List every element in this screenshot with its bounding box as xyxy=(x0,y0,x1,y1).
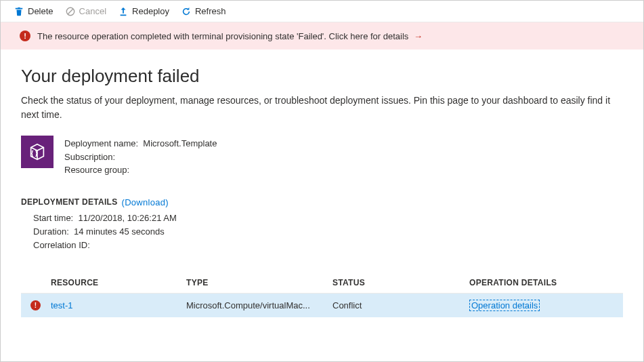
toolbar: Delete Cancel Redeploy Refresh xyxy=(1,1,643,22)
delete-button[interactable]: Delete xyxy=(14,6,53,16)
table-header: RESOURCE TYPE STATUS OPERATION DETAILS xyxy=(21,273,623,293)
start-time-row: Start time: 11/20/2018, 10:26:21 AM xyxy=(33,212,623,225)
row-status-icon-cell: ! xyxy=(30,300,51,310)
col-header-status: STATUS xyxy=(332,278,469,287)
content: Your deployment failed Check the status … xyxy=(1,49,643,317)
start-time-value: 11/20/2018, 10:26:21 AM xyxy=(78,213,176,223)
col-header-type: TYPE xyxy=(186,278,332,287)
operations-table: RESOURCE TYPE STATUS OPERATION DETAILS !… xyxy=(21,273,623,317)
col-header-opdetails: OPERATION DETAILS xyxy=(469,278,623,287)
deployment-name-label: Deployment name: xyxy=(64,138,138,148)
col-header-resource: RESOURCE xyxy=(51,278,186,287)
svg-text:{ }: { } xyxy=(31,150,38,157)
trash-icon xyxy=(14,7,24,16)
correlation-label: Correlation ID: xyxy=(33,240,90,250)
correlation-row: Correlation ID: xyxy=(33,239,623,252)
table-row[interactable]: ! test-1 Microsoft.Compute/virtualMac...… xyxy=(21,293,623,317)
cell-opdetails: Operation details xyxy=(469,300,623,310)
download-link[interactable]: (Download) xyxy=(122,197,169,207)
refresh-label: Refresh xyxy=(195,6,226,16)
error-message-link[interactable]: The resource operation completed with te… xyxy=(37,31,423,41)
refresh-icon xyxy=(181,7,191,16)
deployment-tile: { } xyxy=(21,136,53,168)
subscription-row: Subscription: xyxy=(64,150,217,164)
resource-link[interactable]: test-1 xyxy=(51,300,73,310)
page-subtitle: Check the status of your deployment, man… xyxy=(21,94,623,122)
duration-row: Duration: 14 minutes 45 seconds xyxy=(33,225,623,239)
svg-line-1 xyxy=(68,9,73,14)
subscription-label: Subscription: xyxy=(64,152,115,162)
cancel-icon xyxy=(66,7,75,16)
cube-icon: { } xyxy=(27,142,47,162)
details-list: Start time: 11/20/2018, 10:26:21 AM Dura… xyxy=(21,212,623,252)
duration-label: Duration: xyxy=(33,226,69,237)
cell-status: Conflict xyxy=(332,300,469,310)
deployment-name-value: Microsoft.Template xyxy=(143,138,217,148)
deployment-details-title: DEPLOYMENT DETAILS xyxy=(21,197,118,207)
error-message-text: The resource operation completed with te… xyxy=(37,31,408,41)
delete-label: Delete xyxy=(28,6,53,16)
cell-type: Microsoft.Compute/virtualMac... xyxy=(186,300,332,310)
deployment-name-row: Deployment name: Microsoft.Template xyxy=(64,137,217,150)
redeploy-label: Redeploy xyxy=(132,6,169,16)
redeploy-button[interactable]: Redeploy xyxy=(119,6,169,16)
start-time-label: Start time: xyxy=(33,213,73,223)
cancel-button: Cancel xyxy=(66,6,106,16)
error-banner: ! The resource operation completed with … xyxy=(1,22,643,49)
duration-value: 14 minutes 45 seconds xyxy=(74,226,165,237)
error-icon: ! xyxy=(30,300,41,310)
error-icon: ! xyxy=(20,31,30,41)
refresh-button[interactable]: Refresh xyxy=(181,6,226,16)
summary-fields: Deployment name: Microsoft.Template Subs… xyxy=(64,136,217,177)
arrow-right-icon: → xyxy=(414,31,423,41)
summary-row: { } Deployment name: Microsoft.Template … xyxy=(21,136,623,177)
cell-resource: test-1 xyxy=(51,300,186,310)
operation-details-link[interactable]: Operation details xyxy=(469,300,540,311)
resource-group-row: Resource group: xyxy=(64,163,217,177)
page-title: Your deployment failed xyxy=(21,66,623,87)
resource-group-label: Resource group: xyxy=(64,165,129,175)
deployment-details-header: DEPLOYMENT DETAILS (Download) xyxy=(21,197,623,207)
cancel-label: Cancel xyxy=(79,6,106,16)
upload-icon xyxy=(119,7,128,16)
